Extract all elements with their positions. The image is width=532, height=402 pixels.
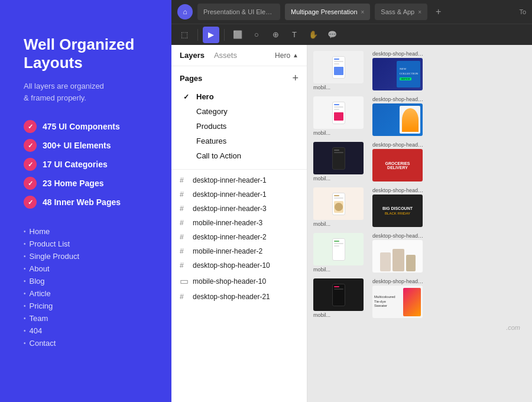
check-icon-3: ✓	[24, 158, 37, 171]
thumbnail-mobile-3[interactable]: mobil...	[313, 142, 366, 181]
thumbnail-shop-6[interactable]: desktop-shop-header-6 Multicoloured Tie-…	[372, 278, 426, 318]
nav-list: •Home •Product List •Single Product •Abo…	[24, 225, 148, 349]
layer-item[interactable]: # mobile-inner-header-2	[171, 244, 307, 258]
layers-panel: Layers Assets Hero ▲ Pages + ✓ Hero	[171, 45, 307, 402]
thumbnail-shop-2[interactable]: desktop-shop-header-2	[372, 96, 426, 136]
feature-item: ✓ 300+ UI Elements	[24, 139, 148, 152]
nav-item[interactable]: •About	[24, 262, 148, 275]
thumbnail-shop-4[interactable]: desktop-shop-header-4 BIG DISCOUNT BLACK…	[372, 187, 426, 227]
pages-title: Pages	[180, 74, 202, 83]
nav-item[interactable]: •Pricing	[24, 300, 148, 312]
canvas-area: .com mobil... deskt	[307, 45, 532, 402]
tool-shape[interactable]: ○	[248, 27, 265, 43]
layer-item[interactable]: ▭ mobile-shop-header-10	[171, 273, 307, 290]
watermark: .com	[506, 324, 520, 331]
check-icon-4: ✓	[24, 177, 37, 190]
tool-move[interactable]: ▶	[203, 27, 219, 43]
nav-item[interactable]: •Article	[24, 287, 148, 300]
toolbar-separator-2	[224, 29, 225, 41]
page-item-cta[interactable]: Call to Action	[180, 148, 299, 163]
layers-header: Layers Assets Hero ▲	[171, 45, 307, 66]
nav-item[interactable]: •Home	[24, 225, 148, 238]
pages-header: Pages +	[180, 72, 299, 85]
feature-item: ✓ 17 UI Categories	[24, 158, 148, 171]
tool-hand[interactable]: ✋	[305, 27, 322, 43]
layer-rect-icon: ▭	[180, 275, 188, 287]
layer-hash-icon: #	[180, 233, 188, 241]
tool-pen[interactable]: ⊕	[267, 27, 284, 43]
layer-hash-icon: #	[180, 247, 188, 255]
topbar-right-label: To	[519, 8, 526, 15]
tab-close-icon-2[interactable]: ×	[418, 9, 421, 15]
layer-item[interactable]: # desktop-inner-header-3	[171, 202, 307, 216]
thumbnail-shop-5[interactable]: desktop-shop-header-5	[372, 233, 426, 273]
nav-item[interactable]: •Contact	[24, 337, 148, 349]
layer-hash-icon: #	[180, 219, 188, 227]
page-item-category[interactable]: Category	[180, 104, 299, 119]
figma-home-icon[interactable]: ⌂	[177, 4, 193, 20]
thumbnail-shop-1[interactable]: desktop-shop-header-1	[372, 51, 426, 90]
layer-item[interactable]: # desktop-inner-header-1	[171, 187, 307, 202]
layer-hash-icon: #	[180, 293, 188, 301]
nav-item[interactable]: •Product List	[24, 238, 148, 250]
feature-item: ✓ 48 Inner Web Pages	[24, 196, 148, 209]
layers-list: # desktop-inner-header-1 # desktop-inner…	[171, 170, 307, 307]
layer-hash-icon: #	[180, 176, 188, 184]
layer-hash-icon: #	[180, 261, 188, 270]
figma-tab-3[interactable]: Sass & App ×	[375, 4, 427, 20]
nav-item[interactable]: •404	[24, 325, 148, 337]
thumbnails-grid: mobil... desktop-shop-header-1	[313, 51, 426, 318]
page-item-features[interactable]: Features	[180, 134, 299, 148]
figma-content: Layers Assets Hero ▲ Pages + ✓ Hero	[171, 45, 532, 402]
layer-item[interactable]: # desktop-inner-header-1	[171, 173, 307, 187]
nav-item[interactable]: •Single Product	[24, 250, 148, 262]
subtitle: All layers are organized & framed proper…	[24, 80, 148, 103]
nav-item[interactable]: •Team	[24, 312, 148, 325]
tool-select[interactable]: ⬚	[176, 27, 193, 43]
thumbnail-mobile-2[interactable]: mobil...	[313, 96, 366, 136]
page-check-icon: ✓	[183, 93, 192, 101]
pages-section: Pages + ✓ Hero Category Products F	[171, 66, 307, 170]
right-panel: ⌂ Presentation & UI Elements Inspirat...…	[171, 0, 532, 402]
layer-item[interactable]: # desktop-inner-header-2	[171, 230, 307, 244]
nav-item[interactable]: •Blog	[24, 275, 148, 287]
feature-item: ✓ 475 UI Components	[24, 120, 148, 133]
assets-tab[interactable]: Assets	[214, 51, 237, 60]
feature-list: ✓ 475 UI Components ✓ 300+ UI Elements ✓…	[24, 120, 148, 209]
layer-hash-icon: #	[180, 205, 188, 213]
thumbnail-shop-3[interactable]: desktop-shop-header-3 GROCERIES DELIVERY	[372, 142, 426, 181]
main-title: Well Organized Layouts	[24, 35, 148, 72]
thumbnail-mobile-5[interactable]: mobil...	[313, 233, 366, 273]
page-item-hero[interactable]: ✓ Hero	[180, 89, 299, 104]
figma-topbar: ⌂ Presentation & UI Elements Inspirat...…	[171, 0, 532, 24]
page-item-products[interactable]: Products	[180, 119, 299, 134]
thumbnail-mobile-4[interactable]: mobil...	[313, 187, 366, 227]
check-icon-5: ✓	[24, 196, 37, 209]
feature-item: ✓ 23 Home Pages	[24, 177, 148, 190]
toolbar-separator-1	[197, 29, 198, 41]
left-panel: Well Organized Layouts All layers are or…	[0, 0, 171, 402]
check-icon-2: ✓	[24, 139, 37, 152]
check-icon-1: ✓	[24, 120, 37, 133]
layer-item[interactable]: # mobile-inner-header-3	[171, 216, 307, 230]
thumbnail-mobile-1[interactable]: mobil...	[313, 51, 366, 90]
layer-item[interactable]: # desktop-shop-header-10	[171, 258, 307, 273]
add-page-button[interactable]: +	[292, 72, 299, 85]
figma-tab-2[interactable]: Multipage Presentation ×	[285, 4, 370, 20]
tool-comment[interactable]: 💬	[324, 27, 340, 43]
layer-hash-icon: #	[180, 190, 188, 199]
layers-tab[interactable]: Layers	[180, 51, 205, 60]
figma-tab-1[interactable]: Presentation & UI Elements Inspirat...	[197, 4, 280, 20]
tool-text[interactable]: T	[286, 27, 303, 43]
tool-frame[interactable]: ⬜	[229, 27, 246, 43]
tab-close-icon[interactable]: ×	[361, 9, 365, 15]
layers-hero-label: Hero ▲	[275, 51, 299, 60]
add-tab-button[interactable]: +	[432, 7, 445, 17]
figma-toolbar: ⬚ ▶ ⬜ ○ ⊕ T ✋ 💬	[171, 24, 532, 45]
thumbnail-mobile-6[interactable]: mobil...	[313, 278, 366, 318]
layer-item[interactable]: # desktop-shop-header-21	[171, 290, 307, 304]
